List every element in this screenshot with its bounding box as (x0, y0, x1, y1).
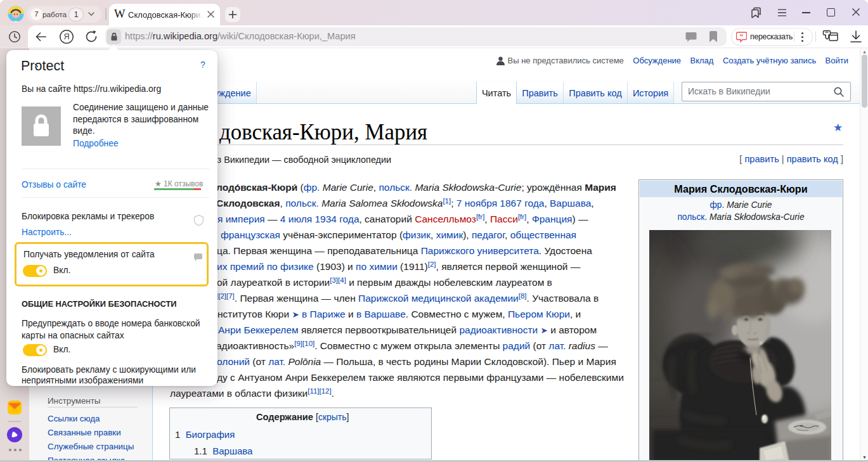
svg-text:Я: Я (63, 32, 69, 41)
svg-text:“: “ (740, 32, 744, 40)
